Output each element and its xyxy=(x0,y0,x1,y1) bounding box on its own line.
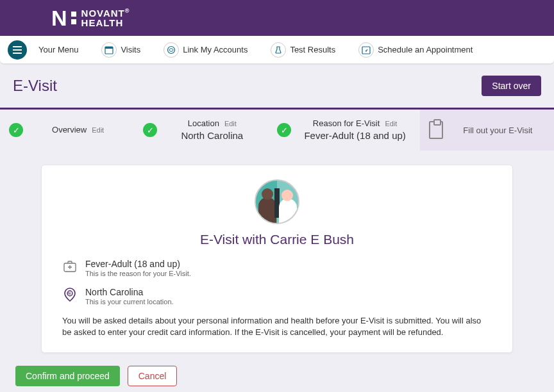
confirm-button[interactable]: Confirm and proceed xyxy=(15,366,120,386)
nav-link-accounts[interactable]: Link My Accounts xyxy=(152,42,259,58)
reason-row: Fever-Adult (18 and up) This is the reas… xyxy=(62,259,492,278)
step-fill-out: Fill out your E-Visit xyxy=(420,110,554,151)
card-description: You will be asked details about your per… xyxy=(62,315,492,338)
medical-kit-icon xyxy=(62,259,78,274)
reason-sub: This is the reason for your E-Visit. xyxy=(85,270,191,278)
nav-bar: Your Menu Visits Link My Accounts Test R… xyxy=(0,36,554,64)
step-label: Location xyxy=(188,118,219,129)
flask-icon xyxy=(271,42,286,58)
clipboard-icon xyxy=(429,121,443,139)
logo-dots-icon xyxy=(71,12,76,24)
check-icon: ✓ xyxy=(143,123,157,137)
stepper: ✓ Overview Edit ✓ Location Edit North Ca… xyxy=(0,110,554,151)
novant-logo: N NOVANT HEALTH xyxy=(51,6,130,31)
nav-test-results[interactable]: Test Results xyxy=(259,42,347,58)
brand-header: N NOVANT HEALTH xyxy=(0,0,554,36)
step-value: North Carolina xyxy=(165,129,259,142)
reason-main: Fever-Adult (18 and up) xyxy=(85,259,191,270)
step-reason: ✓ Reason for E-Visit Edit Fever-Adult (1… xyxy=(268,110,419,151)
step-label: Fill out your E-Visit xyxy=(451,126,545,135)
calendar-icon xyxy=(101,42,117,58)
hamburger-menu-icon[interactable] xyxy=(8,40,27,60)
nav-label: Test Results xyxy=(290,45,335,54)
schedule-icon xyxy=(358,42,374,58)
nav-your-menu[interactable]: Your Menu xyxy=(27,45,90,54)
step-overview: ✓ Overview Edit xyxy=(0,110,134,151)
card-title: E-Visit with Carrie E Bush xyxy=(62,232,492,247)
nav-label: Schedule an Appointment xyxy=(378,45,473,54)
step-label: Overview xyxy=(52,125,87,136)
evisit-card: E-Visit with Carrie E Bush Fever-Adult (… xyxy=(41,165,513,353)
page-title: E-Visit xyxy=(13,77,57,95)
start-over-button[interactable]: Start over xyxy=(482,76,541,96)
svg-rect-3 xyxy=(362,47,370,54)
nav-schedule[interactable]: Schedule an Appointment xyxy=(347,42,484,58)
logo-n-icon: N xyxy=(51,6,66,31)
svg-text:N:: N: xyxy=(68,291,72,295)
nav-visits[interactable]: Visits xyxy=(90,42,152,58)
step-location: ✓ Location Edit North Carolina xyxy=(134,110,268,151)
nav-label: Your Menu xyxy=(38,45,78,54)
location-sub: This is your current location. xyxy=(85,298,174,306)
location-pin-icon: N: xyxy=(62,287,78,302)
edit-link[interactable]: Edit xyxy=(224,119,237,128)
brand-line1: NOVANT xyxy=(81,8,130,18)
edit-link[interactable]: Edit xyxy=(92,126,104,135)
evisit-avatar-icon xyxy=(255,179,299,224)
step-label: Reason for E-Visit xyxy=(313,118,380,129)
location-main: North Carolina xyxy=(85,287,174,298)
edit-link[interactable]: Edit xyxy=(385,119,397,128)
brand-line2: HEALTH xyxy=(81,18,130,28)
location-row: N: North Carolina This is your current l… xyxy=(62,287,492,306)
action-bar: Confirm and proceed Cancel xyxy=(0,361,554,391)
cancel-button[interactable]: Cancel xyxy=(128,366,178,386)
nav-label: Visits xyxy=(121,45,140,54)
check-icon: ✓ xyxy=(277,123,291,137)
svg-point-2 xyxy=(168,46,175,53)
check-icon: ✓ xyxy=(9,123,23,137)
nav-label: Link My Accounts xyxy=(183,45,248,54)
link-icon xyxy=(164,42,179,58)
page-header: E-Visit Start over xyxy=(0,64,554,110)
step-value: Fever-Adult (18 and up) xyxy=(299,129,410,142)
svg-rect-1 xyxy=(105,47,113,49)
